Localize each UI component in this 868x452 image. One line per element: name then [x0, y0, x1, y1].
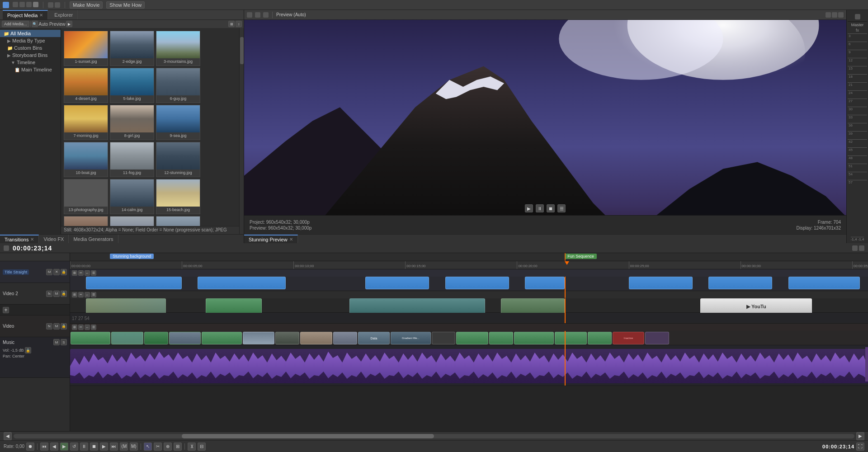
prev-play-btn[interactable]: ▶: [525, 204, 533, 212]
video2-fx-btn[interactable]: fx: [46, 291, 52, 297]
rate-reset-btn[interactable]: ⏺: [26, 443, 34, 451]
goto-end-btn[interactable]: ⏭: [110, 443, 118, 451]
show-me-how-btn[interactable]: Show Me How: [106, 1, 145, 9]
stop-btn[interactable]: ⏹: [90, 443, 98, 451]
video-mute-btn[interactable]: M: [53, 323, 60, 330]
preview-icon1[interactable]: [826, 12, 831, 18]
prev-stop-btn[interactable]: ⏹: [547, 204, 555, 212]
play-btn[interactable]: ▶: [60, 443, 68, 451]
media-item-11[interactable]: 11-fog.jpg: [110, 142, 154, 177]
title-clip-3[interactable]: [365, 277, 429, 289]
sidebar-item-storyboard-bins[interactable]: ▶ Storyboard Bins: [0, 52, 61, 59]
tab-video-fx[interactable]: Video FX: [39, 235, 69, 243]
vid-clip14[interactable]: [588, 332, 612, 344]
preview-zoom-icon[interactable]: [255, 12, 260, 18]
play-loop-btn[interactable]: ↺: [70, 443, 78, 451]
v-tool4[interactable]: ☰: [91, 325, 96, 330]
title-clip-8[interactable]: [788, 277, 860, 289]
next-marker-btn[interactable]: M⟩: [130, 443, 138, 451]
vid-clip4[interactable]: [169, 332, 201, 344]
media-item-1[interactable]: 1-sunset.jpg: [64, 31, 108, 66]
sidebar-item-media-by-type[interactable]: ▶ Media By Type: [0, 37, 61, 44]
tab-explorer[interactable]: Explorer: [50, 10, 78, 19]
media-item-5[interactable]: 5-lake.jpg: [110, 68, 154, 103]
v2-clip3[interactable]: [349, 298, 485, 315]
add-media-btn[interactable]: Add Media...: [2, 21, 29, 27]
vid-clip8[interactable]: [300, 332, 332, 344]
media-item-9[interactable]: 9-sea.jpg: [156, 105, 200, 140]
tt-tool4[interactable]: ☰: [91, 270, 96, 276]
music-clip[interactable]: [70, 349, 868, 383]
v2-tool2[interactable]: ✂: [78, 292, 84, 297]
pause-btn[interactable]: ⏸: [80, 443, 88, 451]
vid-clip5[interactable]: [202, 332, 241, 344]
media-item-7[interactable]: 7-morning.jpg: [64, 105, 108, 140]
grid-btn[interactable]: ⊟: [198, 443, 206, 451]
time-tool-btn[interactable]: ⊞: [174, 443, 182, 451]
sidebar-item-main-timeline[interactable]: 📋 Main Timeline: [0, 66, 61, 73]
media-item-2[interactable]: 2-edge.jpg: [110, 31, 154, 66]
media-item-8[interactable]: 8-girl.jpg: [110, 105, 154, 140]
next-frame-btn[interactable]: ▶: [100, 443, 108, 451]
vid-clip11[interactable]: [489, 332, 513, 344]
v2-tool3[interactable]: ↔: [85, 292, 90, 297]
tab-project-media[interactable]: Project Media ✕: [3, 10, 48, 19]
vid-clip-x[interactable]: [432, 332, 456, 344]
make-movie-btn[interactable]: Make Movie: [70, 1, 103, 9]
goto-start-btn[interactable]: ⏮: [40, 443, 48, 451]
tab-stunning-preview[interactable]: Stunning Preview ✕: [244, 235, 298, 243]
vid-clip7[interactable]: [275, 332, 299, 344]
sidebar-item-custom-bins[interactable]: 📁 Custom Bins: [0, 44, 61, 52]
preview-mode-icon[interactable]: [263, 12, 269, 18]
scroll-right-btn[interactable]: ▶: [856, 432, 864, 440]
settings-icon[interactable]: [33, 2, 38, 7]
vid-clip2[interactable]: [111, 332, 143, 344]
tl-icon2[interactable]: [859, 245, 864, 251]
media-scrollbar[interactable]: [239, 28, 244, 234]
tab-transitions[interactable]: Transitions ✕: [0, 235, 39, 243]
tt-tool2[interactable]: ✂: [78, 270, 84, 276]
media-item-13[interactable]: 13-photography.jpg: [64, 179, 108, 214]
vid-clip1[interactable]: [71, 332, 110, 344]
view-btn[interactable]: ⊞: [228, 21, 235, 27]
title-track-fx[interactable]: ✕: [53, 269, 60, 275]
redo-icon[interactable]: [55, 2, 60, 8]
video2-mute-btn[interactable]: M: [53, 291, 60, 297]
media-item-16[interactable]: 16-cliff.jpg: [64, 216, 108, 226]
vid-clip-inactive[interactable]: Inactive: [613, 332, 645, 344]
zoom-tool-btn[interactable]: ⊕: [164, 443, 172, 451]
video2-lock-btn[interactable]: 🔒: [61, 291, 67, 297]
vid-clip13[interactable]: [555, 332, 587, 344]
prev-marker-btn[interactable]: ⟨M: [120, 443, 128, 451]
media-item-14[interactable]: 14-calm.jpg: [110, 179, 154, 214]
prev-frame-btn[interactable]: ◀: [50, 443, 58, 451]
tt-tool3[interactable]: ↔: [85, 270, 90, 276]
timeline-scroll-thumb[interactable]: [182, 434, 434, 438]
scroll-left-btn[interactable]: ◀: [4, 432, 12, 440]
v-tool1[interactable]: ⊞: [72, 325, 77, 330]
vid-clip12[interactable]: [514, 332, 554, 344]
media-item-18[interactable]: 18-trip.jpg: [156, 216, 200, 226]
close-transitions[interactable]: ✕: [30, 237, 34, 242]
timeline-tracks[interactable]: Stunning background Fun Sequence 00:00:0…: [70, 253, 868, 431]
select-tool-btn[interactable]: ↖: [144, 443, 152, 451]
close-project-media[interactable]: ✕: [39, 13, 43, 18]
vid-clip3[interactable]: [144, 332, 168, 344]
preview-play-btn[interactable]: ▶: [66, 21, 72, 27]
v2-tool1[interactable]: ⊞: [72, 292, 77, 297]
vid-clip10[interactable]: [456, 332, 488, 344]
v-tool3[interactable]: ↔: [85, 325, 90, 330]
v-tool2[interactable]: ✂: [78, 325, 84, 330]
media-item-15[interactable]: 15-beach.jpg: [156, 179, 200, 214]
music-mute-btn[interactable]: M: [53, 339, 60, 345]
save-icon[interactable]: [26, 2, 32, 7]
snap-btn[interactable]: ⊻: [188, 443, 196, 451]
add-track-btn[interactable]: +: [3, 307, 9, 313]
preview-icon2[interactable]: [832, 12, 837, 18]
sidebar-item-all-media[interactable]: 📁 All Media: [0, 30, 61, 37]
media-item-4[interactable]: 4-desert.jpg: [64, 68, 108, 103]
search-btn[interactable]: 🔍: [32, 21, 38, 27]
vid-clip9[interactable]: [333, 332, 357, 344]
title-clip-7[interactable]: [708, 277, 772, 289]
title-clip-1[interactable]: [86, 277, 182, 289]
